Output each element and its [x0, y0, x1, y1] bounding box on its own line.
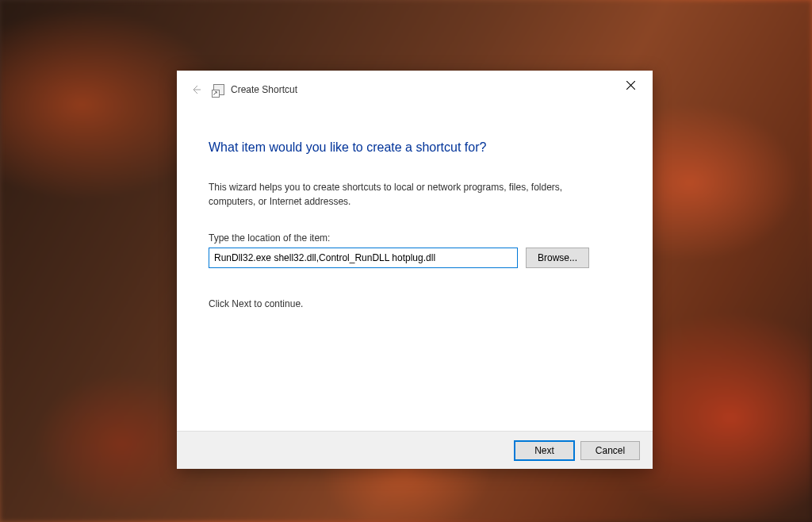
browse-button[interactable]: Browse... — [526, 248, 589, 268]
shortcut-icon — [213, 84, 224, 95]
wizard-instruction: Click Next to continue. — [209, 298, 621, 309]
dialog-footer: Next Cancel — [177, 431, 653, 469]
location-input[interactable] — [209, 248, 518, 268]
back-button — [186, 80, 205, 99]
title-wrap: Create Shortcut — [213, 84, 297, 95]
dialog-header: Create Shortcut — [177, 71, 653, 109]
wizard-description: This wizard helps you to create shortcut… — [209, 180, 597, 209]
wizard-heading: What item would you like to create a sho… — [209, 140, 621, 155]
input-row: Browse... — [209, 248, 621, 268]
create-shortcut-dialog: Create Shortcut What item would you like… — [177, 71, 653, 469]
dialog-content: What item would you like to create a sho… — [177, 109, 653, 431]
next-button[interactable]: Next — [515, 441, 574, 460]
close-button[interactable] — [613, 74, 648, 96]
cancel-button[interactable]: Cancel — [580, 441, 640, 460]
location-label: Type the location of the item: — [209, 232, 621, 244]
dialog-title: Create Shortcut — [231, 84, 297, 95]
